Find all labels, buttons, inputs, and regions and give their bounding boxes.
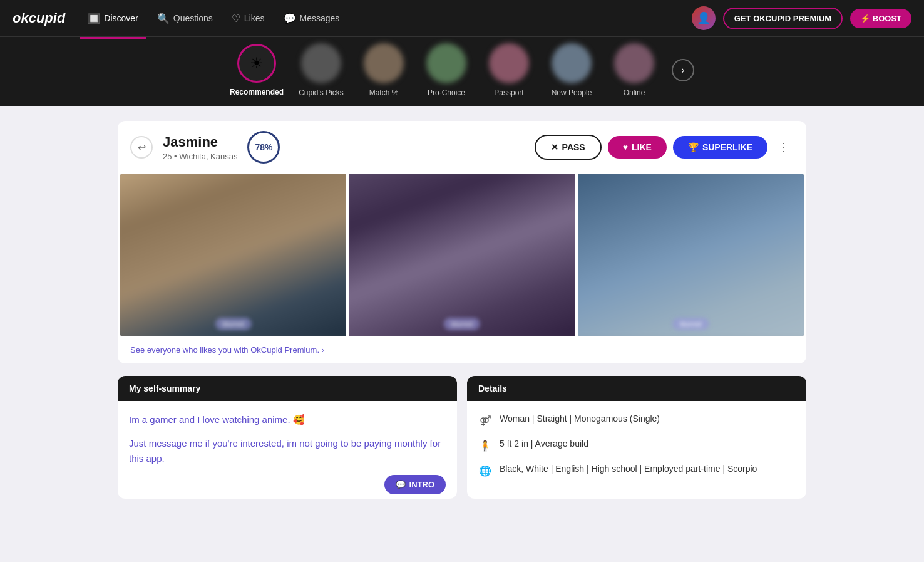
category-next-button[interactable]: ›: [672, 59, 694, 81]
category-passport-label: Passport: [494, 88, 523, 97]
height-icon: 🧍: [478, 439, 492, 452]
category-cupids-picks[interactable]: Cupid's Picks: [296, 43, 346, 97]
photo-2-label: blurred: [444, 318, 480, 330]
recommended-sun-icon: ☀: [250, 55, 264, 72]
nav-likes[interactable]: ♡ Likes: [224, 9, 272, 28]
messages-icon: 💬: [284, 13, 296, 24]
category-passport[interactable]: Passport: [484, 43, 534, 97]
main-content: ↩ Jasmine 25 • Wichita, Kansas 78% ✕ PAS…: [105, 106, 819, 526]
pass-x-icon: ✕: [551, 142, 558, 152]
detail-row-2: 🌐 Black, White | English | High school |…: [478, 462, 795, 477]
logo: okcupid: [13, 10, 65, 26]
category-new-people[interactable]: New People: [547, 43, 597, 97]
more-options-button[interactable]: ⋮: [774, 137, 794, 157]
photo-3-label: blurred: [672, 318, 709, 330]
detail-row-1: 🧍 5 ft 2 in | Average build: [478, 437, 795, 452]
undo-button[interactable]: ↩: [130, 136, 153, 159]
category-cupids-picks-label: Cupid's Picks: [299, 88, 344, 97]
detail-row-0: ⚤ Woman | Straight | Monogamous (Single): [478, 412, 795, 427]
gender-icon: ⚤: [478, 414, 492, 427]
photo-2[interactable]: blurred: [349, 174, 575, 336]
action-buttons: ✕ PASS ♥ LIKE 🏆 SUPERLIKE ⋮: [535, 135, 794, 160]
premium-button[interactable]: GET OKCUPID PREMIUM: [723, 8, 843, 29]
detail-height: 5 ft 2 in | Average build: [500, 437, 588, 450]
profile-meta: 25 • Wichita, Kansas: [163, 152, 237, 161]
main-nav: 🔲 Discover 🔍 Questions ♡ Likes 💬 Message…: [80, 9, 692, 28]
profile-name: Jasmine: [163, 134, 237, 150]
nav-discover[interactable]: 🔲 Discover: [80, 9, 145, 28]
globe-icon: 🌐: [478, 464, 492, 477]
category-recommended-label: Recommended: [230, 88, 284, 96]
intro-button[interactable]: 💬 INTRO: [384, 475, 446, 494]
category-match[interactable]: Match %: [359, 43, 409, 97]
photo-2-image: [349, 174, 575, 336]
self-summary-line1: Im a gamer and I love watching anime. 🥰: [129, 412, 446, 427]
likes-icon: ♡: [232, 13, 240, 24]
category-recommended[interactable]: ☀ Recommended: [230, 44, 284, 96]
photo-3-image: [578, 174, 804, 336]
photo-1-image: [120, 174, 346, 336]
details-header: Details: [467, 376, 806, 401]
self-summary-header: My self-summary: [118, 376, 457, 401]
recommended-icon-ring: ☀: [237, 44, 276, 83]
match-image: [364, 43, 404, 83]
premium-likes-link[interactable]: See everyone who likes you with OkCupid …: [118, 336, 806, 363]
profile-details-row: My self-summary Im a gamer and I love wa…: [118, 376, 806, 499]
category-online[interactable]: Online: [609, 43, 659, 97]
photo-grid: blurred blurred blurred: [118, 174, 806, 336]
photo-1[interactable]: blurred: [120, 174, 346, 336]
superlike-icon: 🏆: [688, 142, 699, 152]
category-pro-choice[interactable]: Pro-Choice: [421, 43, 471, 97]
category-match-label: Match %: [369, 88, 399, 97]
header-right: 👤 GET OKCUPID PREMIUM ⚡ BOOST: [692, 6, 911, 30]
discover-icon: 🔲: [88, 13, 100, 24]
photo-3[interactable]: blurred: [578, 174, 804, 336]
profile-card: ↩ Jasmine 25 • Wichita, Kansas 78% ✕ PAS…: [118, 121, 806, 363]
nav-questions[interactable]: 🔍 Questions: [150, 9, 220, 28]
self-summary-card: My self-summary Im a gamer and I love wa…: [118, 376, 457, 499]
category-pro-choice-label: Pro-Choice: [428, 88, 465, 97]
questions-icon: 🔍: [157, 13, 170, 24]
category-online-label: Online: [624, 88, 645, 97]
detail-gender: Woman | Straight | Monogamous (Single): [500, 412, 660, 425]
pass-button[interactable]: ✕ PASS: [535, 135, 602, 160]
pro-choice-image: [426, 43, 466, 83]
details-card: Details ⚤ Woman | Straight | Monogamous …: [467, 376, 806, 499]
match-percent-badge: 78%: [247, 131, 280, 164]
like-button[interactable]: ♥ LIKE: [608, 136, 667, 159]
category-new-people-label: New People: [552, 88, 592, 97]
details-body: ⚤ Woman | Straight | Monogamous (Single)…: [467, 401, 806, 499]
photo-1-label: blurred: [215, 318, 252, 330]
avatar[interactable]: 👤: [692, 6, 716, 30]
header: okcupid 🔲 Discover 🔍 Questions ♡ Likes 💬…: [0, 0, 924, 36]
self-summary-line2: Just message me if you're interested, im…: [129, 436, 446, 466]
intro-icon: 💬: [396, 480, 406, 489]
cupids-picks-image: [301, 43, 341, 83]
passport-image: [489, 43, 529, 83]
detail-background: Black, White | English | High school | E…: [500, 462, 757, 476]
profile-info: Jasmine 25 • Wichita, Kansas: [163, 134, 237, 161]
new-people-image: [552, 43, 592, 83]
self-summary-body: Im a gamer and I love watching anime. 🥰 …: [118, 401, 457, 486]
category-bar: ☀ Recommended Cupid's Picks Match % Pro-…: [0, 36, 924, 106]
like-heart-icon: ♥: [623, 142, 628, 152]
online-image: [614, 43, 654, 83]
profile-header: ↩ Jasmine 25 • Wichita, Kansas 78% ✕ PAS…: [118, 121, 806, 174]
boost-button[interactable]: ⚡ BOOST: [850, 9, 911, 28]
superlike-button[interactable]: 🏆 SUPERLIKE: [673, 136, 767, 159]
nav-messages[interactable]: 💬 Messages: [276, 9, 347, 28]
